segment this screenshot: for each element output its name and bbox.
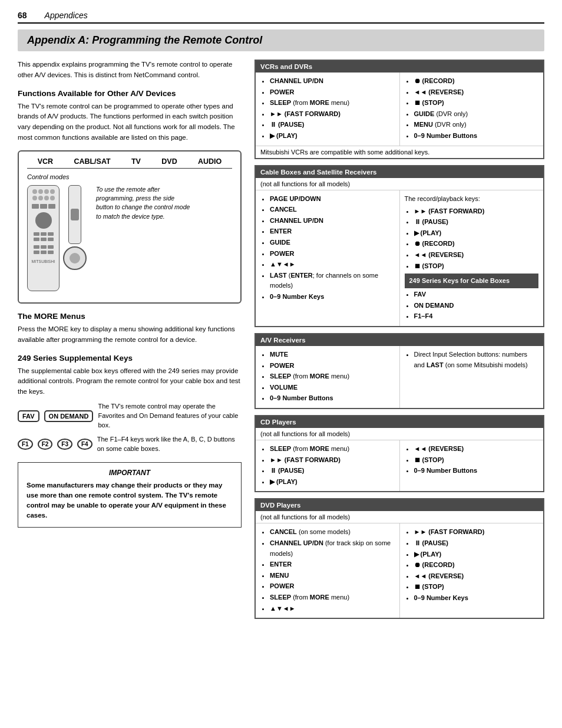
functions-title: Functions Available for Other A/V Device… [18,89,242,98]
list-item: Direct Input Selection buttons: numbers … [414,350,539,370]
fav-button: FAV [18,410,39,422]
fav-desc: The TV's remote control may operate the … [98,402,242,430]
cd-players-list1: SLEEP (from MORE menu) ►► (FAST FORWARD)… [270,444,395,487]
list-item: POWER [270,581,395,592]
list-item: ►► (FAST FORWARD) [414,206,539,217]
vcrs-dvrs-body: CHANNEL UP/DN POWER SLEEP (from MORE men… [256,73,543,146]
list-item: F1–F4 [414,311,539,322]
vcrs-dvrs-col2: ⏺ (RECORD) ◄◄ (REVERSE) ⏹ (STOP) GUIDE (… [400,73,544,146]
list-item: ⏹ (STOP) [414,455,539,466]
page-number: 68 [18,11,27,20]
av-receivers-table: A/V Receivers MUTE POWER SLEEP (from MOR… [254,333,544,409]
important-text: Some manufacturers may change their prod… [27,480,233,521]
series-249-text: The supplemental cable box keys offered … [18,366,242,397]
list-item: LAST (ENTER; for channels on some models… [270,271,395,291]
list-item: ENTER [270,559,395,570]
left-column: This appendix explains programming the T… [18,60,242,717]
list-item: GUIDE (DVR only) [414,109,539,120]
list-item: CANCEL (on some models) [270,527,395,538]
list-item: ⏺ (RECORD) [414,560,539,571]
list-item: ▲▼◄► [270,259,395,270]
page-header-title: Appendices [45,11,88,20]
mode-vcr: VCR [38,157,53,166]
list-item: SLEEP (from MORE menu) [270,98,395,108]
list-item: FAV [414,289,539,300]
list-item: ▶ (PLAY) [270,131,395,141]
mode-dvd: DVD [161,157,177,166]
mode-audio: AUDIO [198,157,222,166]
list-item: ⏹ (STOP) [414,261,539,272]
right-column: VCRs and DVRs CHANNEL UP/DN POWER SLEEP … [254,60,544,717]
remote-inner: MITSUBISHI To use [27,185,232,291]
list-item: MUTE [270,350,395,360]
list-item: PAGE UP/DOWN [270,194,395,205]
cd-players-list2: ◄◄ (REVERSE) ⏹ (STOP) 0–9 Number Buttons [414,444,539,476]
list-item: ◄◄ (REVERSE) [414,87,539,98]
list-item: ⏸ (PAUSE) [414,538,539,549]
cable-boxes-col2: The record/playback keys: ►► (FAST FORWA… [400,190,544,326]
list-item: ON DEMAND [414,301,539,311]
circle-pad [35,212,52,229]
list-item: SLEEP (from MORE menu) [270,444,395,454]
cd-players-body: SLEEP (from MORE menu) ►► (FAST FORWARD)… [256,440,543,491]
vcrs-dvrs-table: VCRs and DVRs CHANNEL UP/DN POWER SLEEP … [254,60,544,159]
more-menus-text: Press the MORE key to display a menu sho… [18,324,242,345]
two-col-layout: This appendix explains programming the T… [18,60,544,717]
more-menus-title: The MORE Menus [18,312,242,321]
cable-boxes-col1: PAGE UP/DOWN CANCEL CHANNEL UP/DN ENTER … [256,190,400,326]
dvd-players-body: CANCEL (on some models) CHANNEL UP/DN (f… [256,523,543,618]
series-keys-list: FAV ON DEMAND F1–F4 [414,289,539,322]
list-item: ►► (FAST FORWARD) [270,455,395,466]
control-modes-label: Control modes [27,173,232,180]
list-item: 0–9 Number Buttons [414,466,539,476]
list-item: ▶ (PLAY) [414,549,539,560]
remote-dial [63,246,87,270]
list-item: ⏹ (STOP) [414,98,539,108]
dvd-players-col1: CANCEL (on some models) CHANNEL UP/DN (f… [256,523,400,618]
cd-players-table: CD Players (not all functions for all mo… [254,415,544,492]
remote-body: MITSUBISHI [27,185,59,291]
cable-boxes-header: Cable Boxes and Satellite Receivers [256,166,543,178]
list-item: ►► (FAST FORWARD) [270,109,395,120]
series-keys-header: 249 Series Keys for Cable Boxes [405,274,539,288]
page-header: 68 Appendices [18,11,544,24]
list-item: CANCEL [270,205,395,215]
list-item: ⏹ (STOP) [414,582,539,592]
list-item: ⏸ (PAUSE) [270,466,395,476]
list-item: POWER [270,249,395,259]
list-item: CHANNEL UP/DN (for track skip on some mo… [270,538,395,559]
cable-boxes-note: (not all functions for all models) [256,178,543,190]
av-receivers-body: MUTE POWER SLEEP (from MORE menu) VOLUME… [256,346,543,408]
dvd-players-table: DVD Players (not all functions for all m… [254,498,544,619]
on-demand-button: ON DEMAND [44,410,94,422]
list-item: 0–9 Number Buttons [270,393,395,404]
fav-row: FAV ON DEMAND The TV's remote control ma… [18,402,242,430]
list-item: SLEEP (from MORE menu) [270,592,395,603]
list-item: 0–9 Number Keys [270,292,395,302]
dvd-players-list2: ►► (FAST FORWARD) ⏸ (PAUSE) ▶ (PLAY) ⏺ (… [414,527,539,603]
mode-cablsat: CABL/SAT [74,157,110,166]
f-keys-desc: The F1–F4 keys work like the A, B, C, D … [97,435,242,454]
list-item: 0–9 Number Keys [414,593,539,604]
vcrs-dvrs-col1: CHANNEL UP/DN POWER SLEEP (from MORE men… [256,73,400,146]
remote-svg-area: MITSUBISHI [27,185,87,291]
dvd-players-note: (not all functions for all models) [256,511,543,523]
list-item: SLEEP (from MORE menu) [270,371,395,382]
list-item: ▶ (PLAY) [270,477,395,487]
appendix-title: Appendix A: Programming the Remote Contr… [18,29,544,51]
av-receivers-col1: MUTE POWER SLEEP (from MORE menu) VOLUME… [256,346,400,408]
list-item: ⏺ (RECORD) [414,76,539,87]
dvd-players-header: DVD Players [256,499,543,511]
cable-boxes-body: PAGE UP/DOWN CANCEL CHANNEL UP/DN ENTER … [256,190,543,326]
list-item: ◄◄ (REVERSE) [414,250,539,261]
av-receivers-header: A/V Receivers [256,334,543,346]
av-receivers-list1: MUTE POWER SLEEP (from MORE menu) VOLUME… [270,350,395,404]
important-title: IMPORTANT [27,469,233,477]
page: 68 Appendices Appendix A: Programming th… [0,0,562,728]
f2-button: F2 [38,439,53,450]
list-item: ⏸ (PAUSE) [270,120,395,130]
remote-diagram: VCR CABL/SAT TV DVD AUDIO Control modes [18,150,242,304]
cd-players-col2: ◄◄ (REVERSE) ⏹ (STOP) 0–9 Number Buttons [400,440,544,491]
remote-side [68,185,81,244]
functions-text: The TV's remote control can be programme… [18,101,242,143]
